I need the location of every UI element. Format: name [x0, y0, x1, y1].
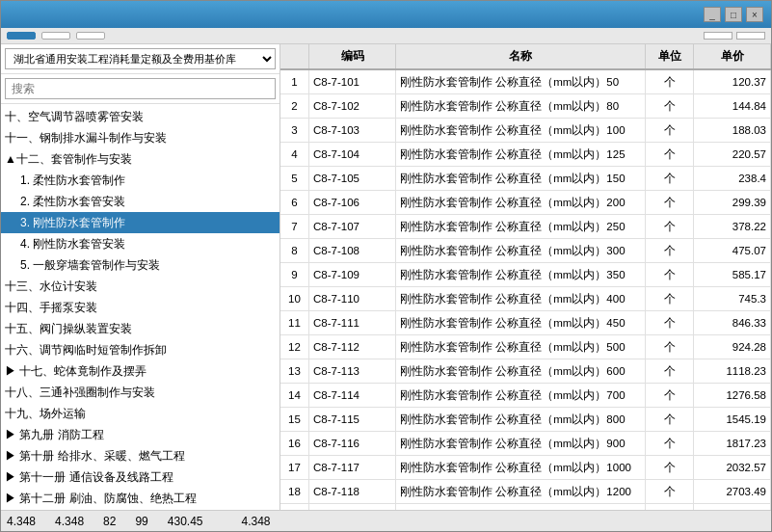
replace-button[interactable] — [736, 32, 765, 40]
tree-item[interactable]: 4. 刚性防水套管安装 — [1, 233, 280, 254]
cell-name: 刚性防水套管制作 公称直径（mm以内）150 — [396, 167, 646, 190]
table-row[interactable]: 9 C8-7-109 刚性防水套管制作 公称直径（mm以内）350 个 585.… — [280, 263, 771, 287]
cell-unit: 个 — [646, 70, 694, 93]
col-price: 单价 — [694, 44, 771, 68]
cell-code: C8-7-115 — [309, 408, 396, 431]
tree-item[interactable]: 2. 柔性防水套管安装 — [1, 191, 280, 212]
table-row[interactable]: 15 C8-7-115 刚性防水套管制作 公称直径（mm以内）800 个 154… — [280, 408, 771, 432]
dropdown-bar: 湖北省通用安装工程消耗量定额及全费用基价库 — [1, 44, 280, 74]
close-button[interactable]: × — [746, 7, 763, 22]
tree-item[interactable]: 5. 一般穿墙套管制作与安装 — [1, 254, 280, 276]
tree-item[interactable]: ▲十二、套管制作与安装 — [1, 148, 280, 170]
col-num — [280, 44, 309, 68]
cell-code: C8-7-103 — [309, 119, 396, 142]
table-row[interactable]: 18 C8-7-118 刚性防水套管制作 公称直径（mm以内）1200 个 27… — [280, 480, 771, 504]
table-row[interactable]: 10 C8-7-110 刚性防水套管制作 公称直径（mm以内）400 个 745… — [280, 287, 771, 311]
cell-code: C8-7-106 — [309, 191, 396, 214]
cell-num: 5 — [280, 167, 309, 190]
table-row[interactable]: 1 C8-7-101 刚性防水套管制作 公称直径（mm以内）50 个 120.3… — [280, 70, 771, 94]
cell-name: 刚性防水套管制作 公称直径（mm以内）450 — [396, 311, 646, 334]
table-row[interactable]: 17 C8-7-117 刚性防水套管制作 公称直径（mm以内）1000 个 20… — [280, 456, 771, 480]
cell-price: 1276.58 — [694, 384, 771, 407]
toolbar — [1, 28, 771, 44]
table-row[interactable]: 8 C8-7-108 刚性防水套管制作 公称直径（mm以内）300 个 475.… — [280, 239, 771, 263]
library-dropdown[interactable]: 湖北省通用安装工程消耗量定额及全费用基价库 — [5, 48, 276, 69]
table-body: 1 C8-7-101 刚性防水套管制作 公称直径（mm以内）50 个 120.3… — [280, 70, 771, 510]
cell-num: 9 — [280, 263, 309, 286]
cell-num: 12 — [280, 335, 309, 359]
cell-unit: 个 — [646, 480, 694, 503]
tree-item[interactable]: 十三、水位计安装 — [1, 276, 280, 297]
tree-item[interactable]: 十五、阀门操纵装置安装 — [1, 318, 280, 339]
tree-item[interactable]: ▶ 第十一册 通信设备及线路工程 — [1, 466, 280, 488]
tree-item[interactable]: ▶ 第十册 给排水、采暖、燃气工程 — [1, 445, 280, 466]
table-row[interactable]: 3 C8-7-103 刚性防水套管制作 公称直径（mm以内）100 个 188.… — [280, 119, 771, 143]
table-row[interactable]: 14 C8-7-114 刚性防水套管制作 公称直径（mm以内）700 个 127… — [280, 384, 771, 408]
search-input[interactable] — [5, 78, 276, 99]
cell-num: 7 — [280, 215, 309, 238]
status-item-6: 4.348 — [241, 515, 270, 528]
tab-dinge[interactable] — [7, 32, 36, 40]
cell-price: 2032.57 — [694, 456, 771, 479]
tab-rencaiji[interactable] — [41, 32, 70, 40]
cell-num: 8 — [280, 239, 309, 262]
minimize-button[interactable]: _ — [704, 7, 721, 22]
col-unit: 单位 — [646, 44, 694, 68]
tree-item[interactable]: 十、空气调节器喷雾管安装 — [1, 106, 280, 127]
cell-name: 刚性防水套管制作 公称直径（mm以内）700 — [396, 384, 646, 407]
tree-item[interactable]: 十四、手摇泵安装 — [1, 297, 280, 318]
cell-name: 刚性防水套管制作 公称直径（mm以内）400 — [396, 287, 646, 310]
maximize-button[interactable]: □ — [725, 7, 742, 22]
tree-item[interactable]: 十一、钢制排水漏斗制作与安装 — [1, 127, 280, 148]
cell-num: 4 — [280, 143, 309, 166]
table-row[interactable]: 7 C8-7-107 刚性防水套管制作 公称直径（mm以内）250 个 378.… — [280, 215, 771, 239]
left-panel: 湖北省通用安装工程消耗量定额及全费用基价库 十、空气调节器喷雾管安装十一、钢制排… — [1, 44, 280, 510]
cell-num: 1 — [280, 70, 309, 93]
tree-item[interactable]: ▶ 第九册 消防工程 — [1, 424, 280, 445]
cell-name: 刚性防水套管制作 公称直径（mm以内）80 — [396, 94, 646, 118]
tab-mydata[interactable] — [76, 32, 105, 40]
tree-item[interactable]: ▶ 第十二册 刷油、防腐蚀、绝热工程 — [1, 488, 280, 509]
tree-item[interactable]: 十九、场外运输 — [1, 403, 280, 424]
cell-num: 10 — [280, 287, 309, 310]
cell-price: 120.37 — [694, 70, 771, 93]
status-item-3: 99 — [135, 515, 147, 528]
cell-unit: 个 — [646, 408, 694, 431]
cell-code: C8-7-108 — [309, 239, 396, 262]
cell-code: C8-7-117 — [309, 456, 396, 479]
cell-price: 924.28 — [694, 335, 771, 359]
table-row[interactable]: 4 C8-7-104 刚性防水套管制作 公称直径（mm以内）125 个 220.… — [280, 143, 771, 167]
cell-name: 刚性防水套管制作 公称直径（mm以内）1200 — [396, 480, 646, 503]
cell-price: 378.22 — [694, 215, 771, 238]
cell-name: 刚性防水套管制作 公称直径（mm以内）1000 — [396, 456, 646, 479]
table-row[interactable]: 11 C8-7-111 刚性防水套管制作 公称直径（mm以内）450 个 846… — [280, 311, 771, 335]
cell-unit: 个 — [646, 384, 694, 407]
tree-item[interactable]: ▶ 十七、蛇体竟制作及摆弄 — [1, 360, 280, 382]
insert-button[interactable] — [704, 32, 732, 40]
cell-unit: 个 — [646, 432, 694, 455]
table-row[interactable]: 13 C8-7-113 刚性防水套管制作 公称直径（mm以内）600 个 111… — [280, 359, 771, 384]
cell-num: 18 — [280, 480, 309, 503]
tree-item[interactable]: 十八、三通补强圈制作与安装 — [1, 382, 280, 403]
cell-num: 6 — [280, 191, 309, 214]
tree-item[interactable]: 十六、调节阀临时短管制作拆卸 — [1, 339, 280, 360]
cell-code: C8-7-107 — [309, 215, 396, 238]
table-row[interactable]: 2 C8-7-102 刚性防水套管制作 公称直径（mm以内）80 个 144.8… — [280, 94, 771, 119]
cell-price: 144.84 — [694, 94, 771, 118]
table-row[interactable]: 12 C8-7-112 刚性防水套管制作 公称直径（mm以内）500 个 924… — [280, 335, 771, 359]
status-item-0: 4.348 — [7, 515, 36, 528]
table-row[interactable]: 16 C8-7-116 刚性防水套管制作 公称直径（mm以内）900 个 181… — [280, 432, 771, 456]
table-row[interactable]: 5 C8-7-105 刚性防水套管制作 公称直径（mm以内）150 个 238.… — [280, 167, 771, 191]
tree-item[interactable]: 1. 柔性防水套管制作 — [1, 170, 280, 191]
tree-item[interactable]: 3. 刚性防水套管制作 — [1, 212, 280, 233]
cell-price: 220.57 — [694, 143, 771, 166]
cell-name: 刚性防水套管制作 公称直径（mm以内）200 — [396, 191, 646, 214]
cell-unit: 个 — [646, 94, 694, 118]
title-bar: _ □ × — [1, 1, 771, 28]
cell-price: 188.03 — [694, 119, 771, 142]
status-item-1: 4.348 — [55, 515, 84, 528]
cell-price: 238.4 — [694, 167, 771, 190]
cell-unit: 个 — [646, 263, 694, 286]
table-row[interactable]: 6 C8-7-106 刚性防水套管制作 公称直径（mm以内）200 个 299.… — [280, 191, 771, 215]
cell-name: 刚性防水套管制作 公称直径（mm以内）900 — [396, 432, 646, 455]
